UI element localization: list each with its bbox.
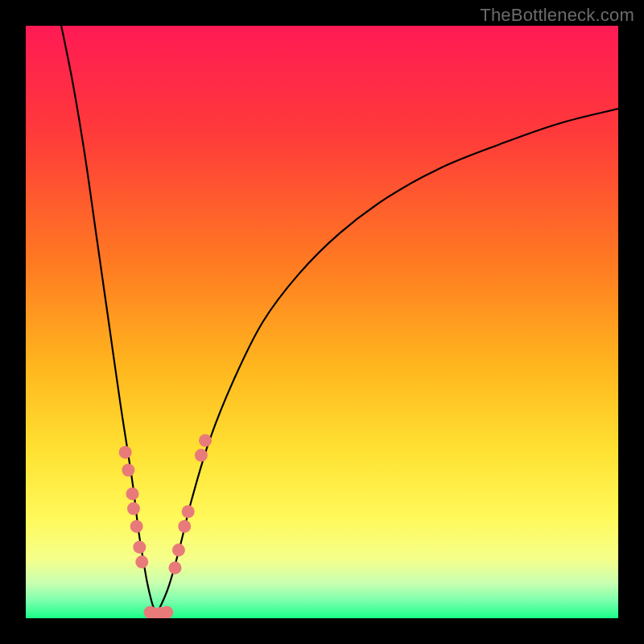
watermark-label: TheBottleneck.com	[480, 5, 634, 26]
scatter-point	[199, 434, 212, 447]
scatter-point	[119, 446, 132, 459]
scatter-point	[182, 506, 195, 518]
scatter-point	[127, 502, 140, 515]
plot-area	[26, 26, 618, 618]
scatter-point	[168, 561, 181, 574]
scatter-point	[133, 541, 146, 554]
curve-layer	[26, 26, 618, 618]
scatter-point	[122, 464, 134, 477]
scatter-point	[126, 487, 138, 500]
scatter-point	[178, 520, 191, 533]
scatter-point	[130, 520, 143, 533]
scatter-point	[195, 449, 208, 462]
scatter-points	[119, 434, 212, 618]
curve-right-branch	[156, 109, 618, 615]
scatter-point	[135, 555, 148, 568]
scatter-point	[172, 543, 185, 556]
scatter-point	[160, 606, 173, 618]
chart-frame: TheBottleneck.com	[0, 0, 644, 644]
